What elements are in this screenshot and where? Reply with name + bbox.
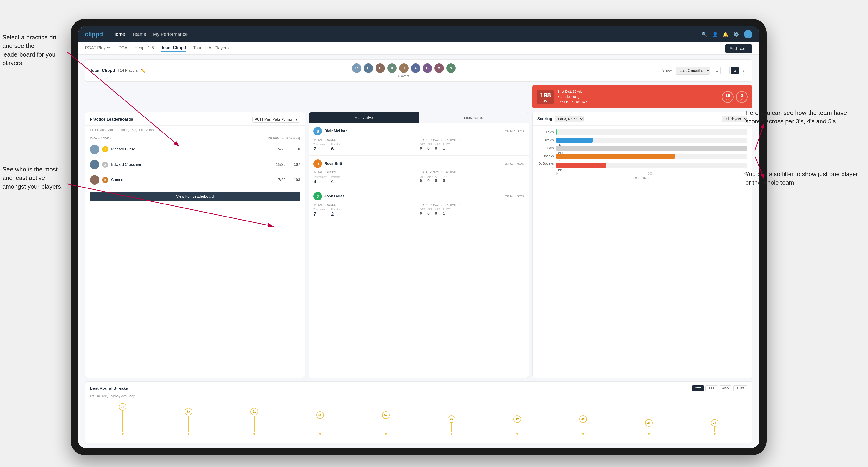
- pa-date-1: 26 Aug 2023: [505, 129, 524, 133]
- filter-arg[interactable]: ARG: [719, 385, 732, 391]
- chart-row-eagles: Eagles 3: [537, 129, 747, 135]
- lb-row-2[interactable]: 2 Edward Crossman 18/20 107: [85, 157, 305, 173]
- team-count: | 14 Players: [118, 68, 138, 73]
- streaks-subtitle: Off The Tee, Fairway Accuracy: [90, 394, 747, 398]
- avatar-9[interactable]: S: [446, 63, 456, 73]
- edit-icon[interactable]: ✏️: [141, 68, 145, 73]
- scoring-header: Scoring Par 3, 4 & 5s Par 3s only Par 4s…: [533, 112, 752, 126]
- leaderboard-header: Practice Leaderboards PUTT Must Make Put…: [85, 112, 305, 126]
- view-sort-btn[interactable]: ↕: [740, 67, 747, 74]
- view-list-btn[interactable]: ≡: [722, 67, 730, 74]
- filter-app[interactable]: APP: [706, 385, 718, 391]
- search-icon[interactable]: 🔍: [702, 31, 707, 37]
- circle-1: 16 yds: [722, 91, 734, 103]
- dbogeys-label: D. Bogeys +: [537, 161, 554, 169]
- view-card-btn[interactable]: ⊟: [731, 67, 739, 74]
- lb-name-1: Richard Butler: [111, 147, 269, 151]
- highlight-details: Shot Dist: 16 yds Start Lie: Rough End L…: [557, 89, 587, 105]
- practice-1: 6: [331, 146, 340, 152]
- streaks-chart: 7x 6x 6x: [90, 402, 747, 439]
- dbogeys-bar: [556, 163, 606, 168]
- lb-avatar-3: [90, 175, 99, 185]
- dbogeys-value: 131: [558, 168, 563, 172]
- tournament-1: 7: [313, 146, 327, 152]
- eagles-bar-container: 3: [556, 129, 747, 135]
- nav-home[interactable]: Home: [113, 32, 125, 37]
- tab-most-active[interactable]: Most Active: [309, 112, 418, 123]
- scoring-player-filter[interactable]: All Players: [722, 116, 747, 122]
- players-label: Players: [398, 74, 409, 78]
- bogeys-bar: [556, 154, 675, 159]
- avatar-8[interactable]: M: [434, 63, 444, 73]
- lb-score-3: 17/20: [271, 178, 285, 182]
- bell-icon[interactable]: 🔔: [723, 31, 728, 37]
- nav-links: Home Teams My Performance: [113, 32, 702, 37]
- person-icon[interactable]: 👤: [712, 31, 718, 37]
- scoring-par-filter[interactable]: Par 3, 4 & 5s Par 3s only Par 4s only Pa…: [555, 116, 584, 122]
- shot-dist: Shot Dist: 16 yds: [557, 89, 587, 94]
- user-avatar[interactable]: U: [744, 30, 752, 38]
- streak-dot-4: [319, 433, 321, 435]
- nav-teams[interactable]: Teams: [132, 32, 146, 37]
- streak-badge-5: 5x: [382, 411, 390, 419]
- lb-rank-3: 3: [102, 177, 108, 183]
- avatar-5[interactable]: J: [399, 63, 409, 73]
- total-shots-label: Total Shots: [537, 177, 747, 180]
- tab-least-active[interactable]: Least Active: [418, 112, 529, 123]
- avatar-7[interactable]: D: [422, 63, 433, 73]
- team-name: Team Clippd: [90, 68, 115, 73]
- view-full-leaderboard-button[interactable]: View Full Leaderboard: [90, 191, 300, 201]
- drill-subtitle: PUTT Must Make Putting (3-6 ft), Last 3 …: [85, 126, 305, 134]
- streak-dot-7: [516, 433, 518, 435]
- filter-ott[interactable]: OTT: [692, 385, 704, 391]
- avatar-3[interactable]: C: [375, 63, 385, 73]
- nav-performance[interactable]: My Performance: [153, 32, 188, 37]
- filter-putt[interactable]: PUTT: [733, 385, 747, 391]
- chart-row-bogeys: Bogeys 311: [537, 154, 747, 159]
- chart-row-birdies: Birdies 96: [537, 137, 747, 143]
- activity-tabs: Most Active Least Active: [309, 112, 528, 123]
- avatar-6[interactable]: A: [410, 63, 421, 73]
- streaks-header: Best Round Streaks OTT APP ARG PUTT: [90, 385, 747, 391]
- annotation-top-left: Select a practice drill and see the lead…: [2, 33, 68, 67]
- streak-stem-1: [122, 411, 123, 432]
- pa-header-1: B Blair McHarg 26 Aug 2023: [313, 127, 524, 135]
- add-team-button[interactable]: Add Team: [725, 44, 752, 53]
- circle-2: 0 yds: [736, 91, 748, 103]
- subnav-team[interactable]: Team Clippd: [161, 45, 186, 52]
- lb-row-1[interactable]: 1 Richard Butler 19/20 110: [85, 142, 305, 157]
- lb-avatar-2: [90, 160, 99, 169]
- avatar-2[interactable]: E: [363, 63, 374, 73]
- show-period-select[interactable]: Last 3 months Last 6 months Last year: [676, 67, 710, 74]
- streak-badge-2: 6x: [185, 408, 192, 415]
- streak-stem-4: [320, 419, 320, 432]
- chevron-down-icon: ▾: [296, 118, 298, 121]
- birdies-bar-container: 96: [556, 137, 747, 143]
- pars-bar: [556, 146, 747, 151]
- chart-row-dbogeys: D. Bogeys + 131: [537, 161, 747, 169]
- view-icons: ⊞ ≡ ⊟ ↕: [713, 67, 747, 74]
- avatar-1[interactable]: R: [351, 63, 362, 73]
- subnav-hcaps[interactable]: Hcaps 1-5: [134, 45, 154, 52]
- subnav-pga[interactable]: PGA: [118, 45, 127, 52]
- practice-activities-group-1: Total Practice Activities OTT 0 APP 0: [420, 138, 524, 152]
- subnav-pgat[interactable]: PGAT Players: [85, 45, 111, 52]
- settings-icon[interactable]: ⚙️: [733, 31, 739, 37]
- player-activity-1: B Blair McHarg 26 Aug 2023 Total Rounds …: [309, 123, 528, 156]
- player-activity-3: J Josh Coles 26 Aug 2023 Total Rounds To…: [309, 188, 528, 221]
- eagles-bar: [556, 129, 557, 135]
- pa-stats-2: Total Rounds Tournament 8 Practice 4: [313, 171, 524, 184]
- streak-badge-3: 6x: [250, 408, 258, 415]
- subnav-tour[interactable]: Tour: [193, 45, 202, 52]
- pa-name-1: Blair McHarg: [324, 129, 503, 133]
- subnav-all[interactable]: All Players: [209, 45, 228, 52]
- lb-row-3[interactable]: 3 Cameron... 17/20 103: [85, 173, 305, 188]
- pars-bar-container: 499: [556, 146, 747, 151]
- drill-selector[interactable]: PUTT Must Make Putting... ▾: [252, 116, 300, 123]
- pa-stats-1: Total Rounds Tournament 7 Practice 6: [313, 138, 524, 152]
- avatar-4[interactable]: B: [387, 63, 397, 73]
- view-grid-btn[interactable]: ⊞: [713, 67, 720, 74]
- subnav: PGAT Players PGA Hcaps 1-5 Team Clippd T…: [78, 42, 760, 55]
- birdies-bar: [556, 137, 592, 143]
- ipad-screen: clippd Home Teams My Performance 🔍 👤 🔔 ⚙…: [78, 26, 760, 448]
